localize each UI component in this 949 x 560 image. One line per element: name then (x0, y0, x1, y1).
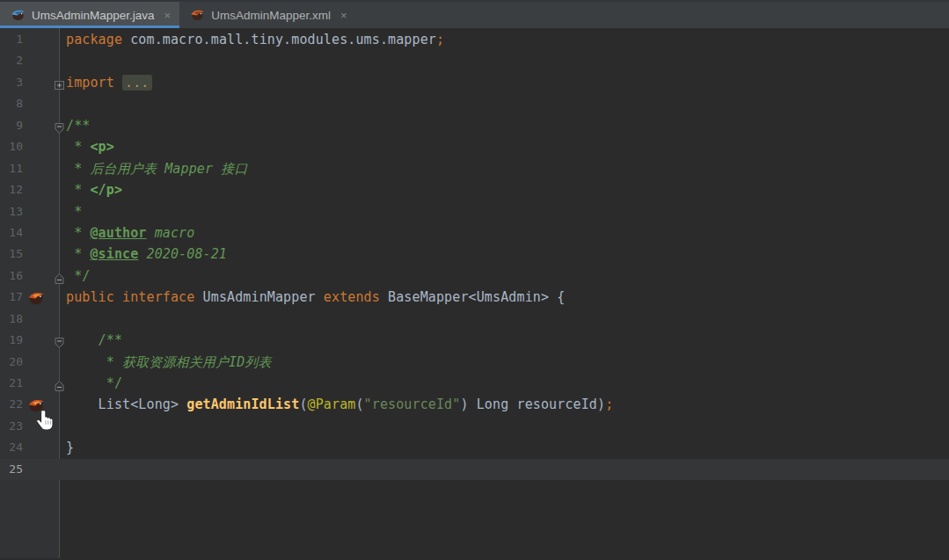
code-line-text[interactable]: * 获取资源相关用户ID列表 (61, 352, 949, 373)
gutter-cell[interactable]: 19 (0, 330, 61, 351)
line-number[interactable]: 25 (0, 459, 23, 480)
editor-line[interactable]: 17public interface UmsAdminMapper extend… (0, 287, 949, 308)
gutter-cell[interactable]: 3 (0, 72, 61, 93)
line-number[interactable]: 2 (0, 50, 23, 71)
gutter-cell[interactable]: 1 (0, 29, 61, 50)
code-token: ) Long resourceId) (460, 396, 605, 412)
editor-line[interactable]: 13 * (0, 201, 949, 222)
code-line-text[interactable]: * </p> (61, 179, 949, 200)
line-number[interactable]: 20 (0, 352, 23, 373)
code-line-text[interactable]: * (61, 201, 949, 222)
gutter-cell[interactable]: 20 (0, 352, 61, 373)
tab-umsadminmapper-xml[interactable]: UmsAdminMapper.xml × (179, 2, 355, 28)
editor-line[interactable]: 18 (0, 309, 949, 330)
gutter-cell[interactable]: 21 (0, 373, 61, 394)
line-number[interactable]: 10 (0, 136, 23, 157)
code-line-text[interactable]: * <p> (61, 136, 949, 157)
gutter-cell[interactable]: 17 (0, 287, 61, 308)
line-number[interactable]: 23 (0, 416, 23, 437)
line-number[interactable]: 24 (0, 437, 23, 458)
gutter-cell[interactable]: 10 (0, 136, 61, 157)
gutter-cell[interactable]: 24 (0, 437, 61, 458)
editor-line[interactable]: 12 * </p> (0, 179, 949, 200)
editor-line[interactable]: 23 (0, 416, 949, 437)
code-line-text[interactable]: /** (61, 115, 949, 136)
close-icon[interactable]: × (340, 9, 347, 22)
editor-line[interactable]: 22 List<Long> getAdminIdList(@Param("res… (0, 394, 949, 415)
gutter-cell[interactable]: 16 (0, 265, 61, 287)
gutter-cell[interactable]: 25 (0, 459, 61, 480)
gutter-cell[interactable]: 14 (0, 222, 61, 244)
code-line-text[interactable]: import ... (61, 72, 949, 93)
line-number[interactable]: 14 (0, 222, 23, 244)
code-line-text[interactable]: public interface UmsAdminMapper extends … (61, 287, 949, 308)
fold-marker-end[interactable] (54, 270, 65, 282)
editor-line[interactable]: 19 /** (0, 330, 949, 351)
editor-line[interactable]: 16 */ (0, 265, 949, 287)
code-line-text[interactable] (61, 93, 949, 114)
line-number[interactable]: 12 (0, 179, 23, 200)
code-line-text[interactable]: package com.macro.mall.tiny.modules.ums.… (61, 29, 949, 50)
gutter-cell[interactable]: 13 (0, 201, 61, 222)
code-token: 2020-08-21 (138, 246, 227, 262)
tab-umsadminmapper-java[interactable]: UmsAdminMapper.java × (0, 2, 179, 28)
line-number[interactable]: 11 (0, 158, 23, 179)
code-line-text[interactable] (61, 50, 949, 71)
editor-line[interactable]: 20 * 获取资源相关用户ID列表 (0, 352, 949, 373)
code-line-text[interactable]: * @since 2020-08-21 (61, 244, 949, 265)
line-number[interactable]: 18 (0, 309, 23, 330)
code-line-text[interactable]: /** (61, 330, 949, 351)
line-number[interactable]: 22 (0, 394, 23, 415)
code-line-text[interactable] (61, 459, 949, 480)
editor-line[interactable]: 14 * @author macro (0, 222, 949, 244)
line-number[interactable]: 1 (0, 29, 23, 50)
line-number[interactable]: 13 (0, 201, 23, 222)
code-token: ... (122, 75, 151, 91)
editor-line[interactable]: 11 * 后台用户表 Mapper 接口 (0, 158, 949, 179)
editor-line[interactable]: 9/** (0, 115, 949, 136)
code-line-text[interactable]: List<Long> getAdminIdList(@Param("resour… (61, 394, 949, 415)
editor-line[interactable]: 8 (0, 93, 949, 114)
gutter-cell[interactable]: 15 (0, 244, 61, 265)
code-line-text[interactable]: * @author macro (61, 222, 949, 244)
editor-line[interactable]: 10 * <p> (0, 136, 949, 157)
editor-line[interactable]: 15 * @since 2020-08-21 (0, 244, 949, 265)
line-number[interactable]: 9 (0, 115, 23, 136)
line-number[interactable]: 15 (0, 244, 23, 265)
editor-line[interactable]: 25 (0, 459, 949, 480)
line-number[interactable]: 17 (0, 287, 23, 308)
code-line-text[interactable]: * 后台用户表 Mapper 接口 (61, 158, 949, 179)
code-line-text[interactable] (61, 416, 949, 437)
code-line-text[interactable]: */ (61, 265, 949, 287)
fold-marker-start[interactable] (54, 120, 65, 132)
code-token: * (66, 246, 90, 262)
line-number[interactable]: 3 (0, 72, 23, 93)
code-token: public interface (66, 289, 203, 305)
line-number[interactable]: 19 (0, 330, 23, 351)
fold-marker-collapsed[interactable] (54, 76, 65, 89)
line-number[interactable]: 8 (0, 93, 23, 114)
gutter-cell[interactable]: 2 (0, 50, 61, 71)
mybatis-mapper-gutter-icon[interactable] (27, 288, 45, 306)
fold-marker-end[interactable] (54, 377, 65, 389)
gutter-cell[interactable]: 18 (0, 309, 61, 330)
gutter-cell[interactable]: 9 (0, 115, 61, 136)
editor-line[interactable]: 21 */ (0, 373, 949, 394)
gutter-cell[interactable]: 12 (0, 179, 61, 200)
code-editor[interactable]: 1package com.macro.mall.tiny.modules.ums… (0, 28, 949, 558)
code-line-text[interactable]: } (61, 437, 949, 458)
line-number[interactable]: 21 (0, 373, 23, 394)
gutter-cell[interactable]: 8 (0, 93, 61, 114)
fold-marker-start[interactable] (54, 334, 65, 346)
code-token: getAdminIdList (186, 396, 299, 412)
editor-line[interactable]: 24} (0, 437, 949, 458)
close-icon[interactable]: × (164, 9, 172, 22)
code-line-text[interactable]: */ (61, 373, 949, 394)
code-line-text[interactable] (61, 309, 949, 330)
gutter-cell[interactable]: 11 (0, 158, 61, 179)
editor-line[interactable]: 1package com.macro.mall.tiny.modules.ums… (0, 29, 949, 50)
editor-line[interactable]: 2 (0, 50, 949, 71)
code-token: 获取资源相关用户ID列表 (122, 354, 272, 370)
editor-line[interactable]: 3import ... (0, 72, 949, 93)
line-number[interactable]: 16 (0, 265, 23, 287)
